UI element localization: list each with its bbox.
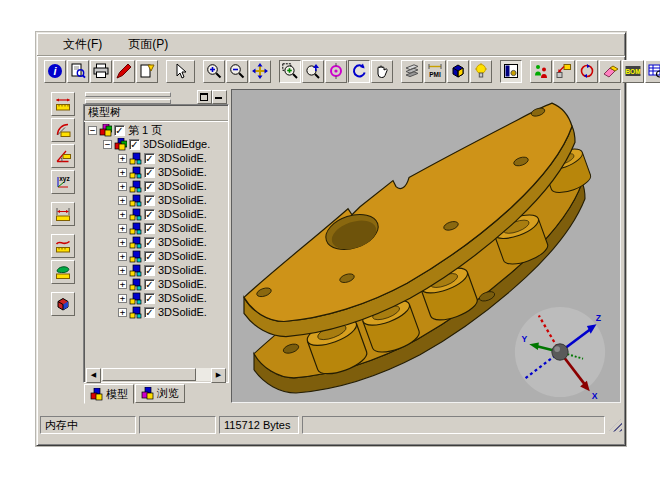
toolbar-group [499,60,522,83]
tree-checkbox[interactable]: ✓ [144,209,155,220]
tree-item-label[interactable]: 3DSolidE. [158,236,207,248]
tree-checkbox[interactable]: ✓ [144,251,155,262]
rotate-center-button[interactable] [325,60,347,83]
status-panel-2: 115712 Bytes [219,416,299,434]
scroll-track[interactable] [197,368,211,381]
people-button[interactable] [530,60,552,83]
cursor-button[interactable] [166,60,195,83]
tree-expander-plus[interactable]: + [118,168,127,177]
viewport-3d[interactable]: Z X Y [231,89,621,403]
tree-item-label[interactable]: 3DSolidE. [158,152,207,164]
tree-checkbox[interactable]: ✓ [144,279,155,290]
tree-expander-minus[interactable]: − [88,126,97,135]
part-icon [129,236,142,249]
measure-length-button[interactable] [51,92,75,116]
tree-item-label[interactable]: 3DSolidEdge. [143,138,210,150]
zoom-in-button[interactable] [203,60,225,83]
resize-grip[interactable] [609,419,622,432]
measure-distance-button[interactable] [51,202,75,226]
tree-expander-plus[interactable]: + [118,196,127,205]
rotate-center-icon [328,63,344,79]
tree-expander-plus[interactable]: + [118,294,127,303]
scroll-thumb[interactable] [102,368,196,381]
layers-button[interactable] [401,60,423,83]
menu-bar: 文件(F) 页面(P) [37,33,625,55]
pan-button[interactable] [249,60,271,83]
hand-button[interactable] [371,60,393,83]
tree-expander-minus[interactable]: − [103,140,112,149]
tree-item-label[interactable]: 3DSolidE. [158,194,207,206]
tree-checkbox[interactable]: ✓ [144,223,155,234]
tree-expander-plus[interactable]: + [118,308,127,317]
measure-area-button[interactable] [51,260,75,284]
tree-item: +✓3DSolidE. [86,305,226,319]
orientation-trackball[interactable]: Z X Y [512,304,608,400]
tree-checkbox[interactable]: ✓ [144,181,155,192]
tree-checkbox[interactable]: ✓ [144,195,155,206]
explode-button[interactable] [553,60,575,83]
markup-pen-button[interactable] [113,60,135,83]
tree-item-label[interactable]: 3DSolidE. [158,180,207,192]
tree-expander-plus[interactable]: + [118,154,127,163]
tree-checkbox[interactable]: ✓ [114,125,125,136]
tab-model[interactable]: 模型 [84,384,134,404]
tree-expander-plus[interactable]: + [118,280,127,289]
menu-file[interactable]: 文件(F) [55,34,110,55]
measure-radius-button[interactable] [51,118,75,142]
zoom-select-button[interactable] [302,60,324,83]
tree-item-label[interactable]: 3DSolidE. [158,278,207,290]
bom-button[interactable]: BOM [622,60,644,83]
tree-item-label[interactable]: 3DSolidE. [158,250,207,262]
tree-expander-plus[interactable]: + [118,266,127,275]
tree-checkbox[interactable]: ✓ [144,153,155,164]
tree-checkbox[interactable]: ✓ [129,139,140,150]
tree-item-label[interactable]: 3DSolidE. [158,264,207,276]
measure-volume-button[interactable] [51,292,75,316]
table-search-button[interactable] [645,60,660,83]
reassemble-button[interactable] [576,60,598,83]
tree-item-label[interactable]: 3DSolidE. [158,306,207,318]
tab-browse[interactable]: 浏览 [135,384,185,403]
scroll-left-button[interactable]: ◀ [86,368,101,383]
info-button[interactable]: i [44,60,66,83]
tree-expander-plus[interactable]: + [118,252,127,261]
views-cube-button[interactable] [447,60,469,83]
tree-item-label[interactable]: 3DSolidE. [158,222,207,234]
measure-curve-button[interactable] [51,234,75,258]
tree-expander-plus[interactable]: + [118,210,127,219]
tree-checkbox[interactable]: ✓ [144,237,155,248]
dock-float-button[interactable] [197,90,212,104]
panel-toggle-button[interactable] [500,60,522,83]
light-button[interactable] [470,60,492,83]
measure-coordinate-button[interactable]: xyz [51,170,75,194]
tree-horizontal-scrollbar: ◀ ▶ [86,368,226,381]
scroll-right-button[interactable]: ▶ [211,368,226,383]
rotate-button[interactable] [348,60,370,83]
tree-item-label[interactable]: 3DSolidE. [158,166,207,178]
tree-checkbox[interactable]: ✓ [144,265,155,276]
measure-volume-icon [55,296,71,312]
info-icon: i [47,63,63,79]
tree-item-label[interactable]: 3DSolidE. [158,208,207,220]
pmi-button[interactable]: PMI [424,60,446,83]
print-button[interactable] [90,60,112,83]
toolbar-group [278,60,393,83]
status-bar: 内存中115712 Bytes [40,415,622,435]
eraser-button[interactable] [599,60,621,83]
export-doc-button[interactable] [136,60,158,83]
tree-item-label[interactable]: 第 1 页 [128,123,162,138]
dock-hide-button[interactable] [212,90,227,104]
zoom-out-button[interactable] [226,60,248,83]
tree-checkbox[interactable]: ✓ [144,293,155,304]
tree-expander-plus[interactable]: + [118,238,127,247]
measure-angle-button[interactable] [51,144,75,168]
tree-expander-plus[interactable]: + [118,182,127,191]
tree-indent [86,158,118,159]
tree-item-label[interactable]: 3DSolidE. [158,292,207,304]
zoom-window-button[interactable] [279,60,301,83]
menu-page[interactable]: 页面(P) [120,34,176,55]
tree-expander-plus[interactable]: + [118,224,127,233]
tree-checkbox[interactable]: ✓ [144,307,155,318]
tree-checkbox[interactable]: ✓ [144,167,155,178]
preview-doc-button[interactable] [67,60,89,83]
